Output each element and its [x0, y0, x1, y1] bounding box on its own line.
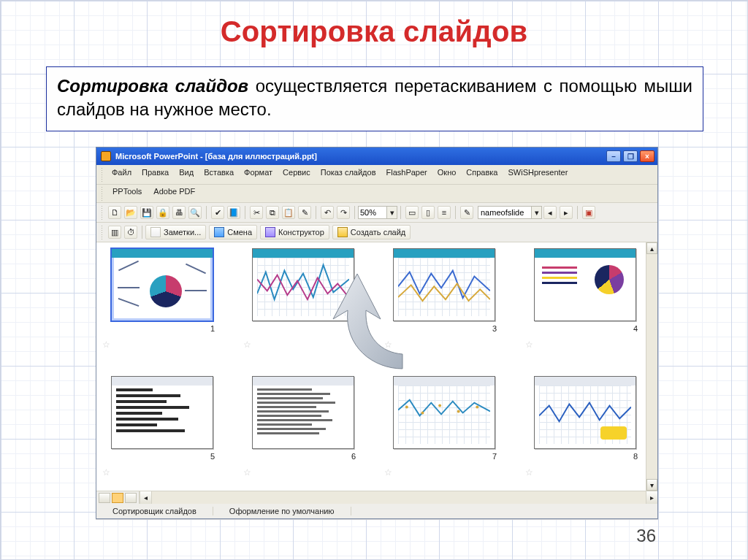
hide-slide-icon[interactable]: ▥ [108, 226, 121, 239]
format-painter-icon[interactable]: ✎ [298, 206, 311, 219]
menu-help[interactable]: Справка [461, 166, 503, 183]
align-icon[interactable]: ≡ [438, 206, 451, 219]
zoom-input[interactable] [359, 208, 386, 217]
status-view: Сортировщик слайдов [96, 507, 213, 515]
slide-number: 1 [109, 324, 215, 333]
ungroup-icon[interactable]: ▯ [421, 206, 435, 219]
normal-view-button[interactable] [99, 493, 110, 503]
sorter-view-button[interactable] [112, 493, 123, 503]
scroll-left-icon[interactable]: ◂ [140, 491, 151, 504]
menu-bar: Файл Правка Вид Вставка Формат Сервис По… [96, 165, 657, 185]
slide-show-icon[interactable]: ▣ [582, 206, 595, 219]
menu-view[interactable]: Вид [174, 166, 199, 183]
slideshow-view-button[interactable] [125, 493, 137, 503]
rehearse-icon[interactable]: ⏱ [124, 226, 137, 239]
status-layout: Оформление по умолчанию [213, 507, 351, 515]
menu-pptools[interactable]: PPTools [107, 185, 148, 202]
close-button[interactable]: × [640, 150, 654, 162]
menu-flashpaper[interactable]: FlashPaper [381, 166, 432, 183]
save-icon[interactable]: 💾 [140, 206, 153, 219]
menu-tools[interactable]: Сервис [278, 166, 316, 183]
separator [206, 206, 207, 219]
menu-insert[interactable]: Вставка [199, 166, 239, 183]
notes-icon [150, 227, 161, 237]
slide-thumbnail-5[interactable] [111, 376, 213, 449]
new-slide-icon [337, 227, 348, 237]
notes-label: Заметки... [164, 228, 201, 237]
toolbar-grip[interactable] [101, 167, 104, 182]
maximize-button[interactable]: ❐ [623, 150, 638, 162]
permission-icon[interactable]: 🔒 [156, 206, 169, 219]
prev-icon[interactable]: ◂ [543, 206, 557, 219]
slide-thumbnail-6[interactable] [252, 376, 354, 449]
menu-file[interactable]: Файл [107, 166, 137, 183]
menu-swishpresenter[interactable]: SWiSHpresenter [503, 166, 573, 183]
undo-icon[interactable]: ↶ [321, 206, 334, 219]
scroll-track[interactable] [646, 254, 657, 479]
menu-window[interactable]: Окно [432, 166, 462, 183]
new-slide-label: Создать слайд [351, 228, 405, 237]
notes-button[interactable]: Заметки... [145, 225, 206, 239]
slide-thumbnail-3[interactable] [393, 248, 495, 321]
slide-cell: ☆ 4 [527, 248, 643, 360]
minimize-button[interactable]: – [606, 150, 621, 162]
separator [354, 206, 355, 219]
slide-thumbnail-2[interactable] [252, 248, 354, 321]
print-preview-icon[interactable]: 🔍 [188, 206, 202, 219]
toolbar-grip[interactable] [101, 225, 104, 239]
cut-icon[interactable]: ✂ [250, 206, 263, 219]
slide-number: 6 [250, 452, 356, 461]
slide-sorter-area[interactable]: ☆ 1 ☆ 2 [96, 242, 657, 491]
separator [400, 206, 401, 219]
status-bar: Сортировщик слайдов Оформление по умолча… [96, 504, 657, 518]
separator [577, 206, 578, 219]
print-icon[interactable]: 🖶 [172, 206, 186, 219]
svg-point-0 [405, 406, 408, 409]
ink-icon[interactable]: ✎ [460, 206, 473, 219]
view-buttons [96, 491, 140, 504]
description-text: Сортировка слайдов осуществляется перета… [57, 74, 692, 122]
scroll-track-h[interactable] [151, 491, 646, 504]
design-label: Конструктор [278, 228, 324, 237]
slide-cell: ☆ 8 [527, 376, 643, 488]
slide-thumbnail-8[interactable] [534, 376, 636, 449]
separator [316, 206, 316, 219]
transition-button[interactable]: Смена [209, 225, 257, 239]
scroll-up-icon[interactable]: ▴ [646, 242, 657, 254]
slide-thumbnail-4[interactable] [534, 248, 636, 321]
menu-format[interactable]: Формат [239, 166, 278, 183]
slide-number: 7 [391, 452, 497, 461]
zoom-control[interactable]: ▾ [358, 206, 397, 219]
spellcheck-icon[interactable]: ✔ [211, 206, 224, 219]
vertical-scrollbar[interactable]: ▴ ▾ [646, 242, 657, 491]
research-icon[interactable]: 📘 [227, 206, 240, 219]
design-button[interactable]: Конструктор [260, 225, 329, 239]
page-number: 36 [636, 526, 656, 546]
group-icon[interactable]: ▭ [405, 206, 419, 219]
paste-icon[interactable]: 📋 [282, 206, 295, 219]
separator [245, 206, 245, 219]
menu-edit[interactable]: Правка [137, 166, 174, 183]
redo-icon[interactable]: ↷ [337, 206, 350, 219]
slide-thumbnail-7[interactable] [393, 376, 495, 449]
open-icon[interactable]: 📂 [124, 206, 137, 219]
chevron-down-icon[interactable]: ▾ [386, 207, 397, 218]
copy-icon[interactable]: ⧉ [266, 206, 279, 219]
slide-name-input[interactable] [478, 208, 531, 217]
transition-icon [214, 227, 224, 237]
menu-adobe-pdf[interactable]: Adobe PDF [148, 185, 201, 202]
slide-cell: ☆ 3 [386, 248, 502, 360]
new-file-icon[interactable]: 🗋 [108, 206, 121, 219]
transition-star-icon: ☆ [102, 340, 110, 350]
slide-name-field[interactable]: ▾ [478, 206, 542, 219]
scroll-right-icon[interactable]: ▸ [646, 491, 657, 504]
chevron-down-icon[interactable]: ▾ [531, 207, 541, 218]
toolbar-grip[interactable] [101, 186, 104, 201]
toolbar-grip[interactable] [101, 205, 104, 220]
new-slide-button[interactable]: Создать слайд [332, 225, 411, 239]
menu-slideshow[interactable]: Показ слайдов [316, 166, 381, 183]
scroll-down-icon[interactable]: ▾ [646, 479, 657, 491]
description-box: Сортировка слайдов осуществляется перета… [46, 66, 703, 131]
next-icon[interactable]: ▸ [560, 206, 573, 219]
slide-thumbnail-1[interactable] [111, 248, 213, 321]
